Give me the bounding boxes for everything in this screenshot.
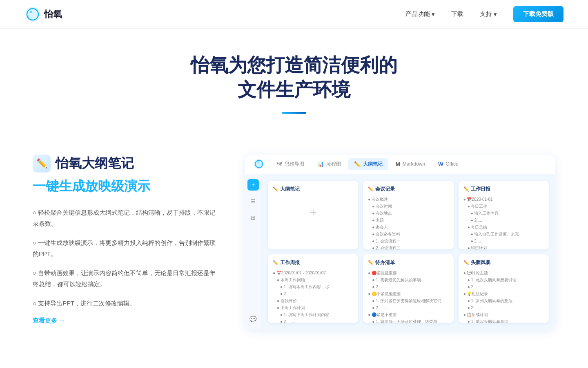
card-brainstorm-title: ✏️ 头脑风暴 — [463, 259, 544, 266]
chevron-down-icon: ▾ — [432, 11, 435, 18]
svg-text:O: O — [30, 10, 32, 14]
flowchart-tab-icon: 📊 — [317, 161, 324, 167]
card-outline-title: ✏️ 大纲笔记 — [273, 186, 353, 193]
tab-flowchart[interactable]: 📊 流程图 — [312, 158, 347, 170]
feature-section: ✏️ 怡氧大纲笔记 一键生成放映级演示 ○ 轻松聚合关键信息形成大纲式笔记，结构… — [0, 130, 588, 346]
card-worklog-title: ✏️ 工作日报 — [463, 186, 544, 193]
app-tabs-bar: O 2 🗺 思维导图 📊 流程图 ✏️ 大纲笔记 M Markdown W Of — [245, 155, 555, 174]
card-weekly: ✏️ 工作周报 ● 📅2020/01/01 - 2020/01/07 ● 本周工… — [268, 254, 358, 323]
logo-text: 怡氧 — [44, 8, 62, 20]
logo[interactable]: O 2 怡氧 — [24, 6, 62, 22]
card-worklog-body: ● 📅2020-01-01 ● 今日工作 ● 输入工作内容 ● 2..... ●… — [463, 196, 544, 249]
card-todo-icon: ✏️ — [368, 260, 374, 265]
feature-subtitle: 一键生成放映级演示 — [33, 177, 220, 195]
feature-title-row: ✏️ 怡氧大纲笔记 — [33, 155, 220, 173]
app-sidebar: ＋ ☰ ⊞ 💬 — [245, 174, 261, 330]
tab-office[interactable]: W Office — [432, 159, 464, 170]
office-tab-icon: W — [438, 161, 443, 167]
app-preview: O 2 🗺 思维导图 📊 流程图 ✏️ 大纲笔记 M Markdown W Of — [245, 155, 555, 330]
tab-outline[interactable]: ✏️ 大纲笔记 — [348, 158, 388, 170]
app-logo-icon: O 2 — [253, 158, 265, 170]
read-more-link[interactable]: 查看更多 → — [33, 317, 220, 325]
card-worklog-icon: ✏️ — [463, 186, 469, 192]
hero-divider — [282, 112, 306, 114]
download-free-button[interactable]: 下载免费版 — [513, 6, 564, 22]
card-outline-add[interactable]: ＋ — [273, 196, 353, 229]
svg-text:O: O — [257, 161, 259, 164]
nav-download[interactable]: 下载 — [451, 10, 463, 18]
feature-bullet-4: ○ 支持导出PPT，进行二次修改编辑。 — [33, 298, 220, 309]
sidebar-btn-chat[interactable]: 💬 — [247, 313, 259, 325]
app-body: ＋ ☰ ⊞ 💬 ✏️ 大纲笔记 ＋ ✏️ 会 — [245, 174, 555, 330]
card-meeting-title: ✏️ 会议记录 — [368, 186, 448, 193]
chevron-down-icon: ▾ — [494, 11, 497, 18]
feature-main-title: 怡氧大纲笔记 — [56, 155, 134, 173]
card-meeting-body: ● 会议概述 ● 会议时间 ● 会议地点 ● 主题 ● 参会人 ● 会议必备资料… — [368, 196, 448, 249]
card-todo: ✏️ 待办清单 ● 🔴紧急且重要 ● 1. 需要最优先解决的事项 ● 2. ..… — [363, 254, 453, 323]
feature-icon: ✏️ — [33, 155, 51, 173]
tab-mindmap[interactable]: 🗺 思维导图 — [271, 158, 310, 170]
feature-left: ✏️ 怡氧大纲笔记 一键生成放映级演示 ○ 轻松聚合关键信息形成大纲式笔记，结构… — [33, 155, 220, 325]
card-weekly-title: ✏️ 工作周报 — [273, 259, 353, 266]
card-weekly-body: ● 📅2020/01/01 - 2020/01/07 ● 本周工作回顾 ● 1.… — [273, 269, 353, 323]
card-meeting-icon: ✏️ — [368, 186, 374, 192]
card-outline-icon: ✏️ — [273, 186, 278, 192]
navbar: O 2 怡氧 产品功能 ▾ 下载 支持 ▾ 下载免费版 — [0, 0, 588, 29]
card-worklog: ✏️ 工作日报 ● 📅2020-01-01 ● 今日工作 ● 输入工作内容 ● … — [459, 181, 549, 249]
hero-title: 怡氧为您打造简洁便利的 文件生产环境 — [0, 53, 588, 102]
feature-bullet-3: ○ 自带动画效果，让演示内容简约但不简单，无论是日常汇报还是年终总结，都可以轻松… — [33, 267, 220, 289]
sidebar-btn-files[interactable]: ☰ — [247, 195, 259, 207]
hero-section: 怡氧为您打造简洁便利的 文件生产环境 — [0, 29, 588, 130]
logo-icon: O 2 — [24, 6, 41, 22]
card-brainstorm-body: ● 💬讨论主题 ● 1. 此次头脑风暴想要讨论... ● 2. ...... ●… — [463, 269, 544, 323]
card-brainstorm: ✏️ 头脑风暴 ● 💬讨论主题 ● 1. 此次头脑风暴想要讨论... ● 2. … — [459, 254, 549, 323]
card-meeting: ✏️ 会议记录 ● 会议概述 ● 会议时间 ● 会议地点 ● 主题 ● 参会人 … — [363, 181, 453, 249]
sidebar-btn-settings[interactable]: ⊞ — [247, 212, 259, 223]
mindmap-tab-icon: 🗺 — [277, 161, 282, 167]
sidebar-btn-add[interactable]: ＋ — [247, 179, 259, 191]
feature-bullet-2: ○ 一键生成放映级演示，将更多精力投入纯粹的创作，告别制作繁琐的PPT。 — [33, 237, 220, 259]
card-weekly-icon: ✏️ — [273, 260, 278, 265]
svg-point-0 — [25, 7, 40, 22]
feature-bullet-1: ○ 轻松聚合关键信息形成大纲式笔记，结构清晰，易于排版，不限记录条数。 — [33, 207, 220, 229]
app-cards-grid: ✏️ 大纲笔记 ＋ ✏️ 会议记录 ● 会议概述 ● 会议时间 ● 会议地点 — [261, 174, 555, 330]
card-todo-title: ✏️ 待办清单 — [368, 259, 448, 266]
card-brainstorm-icon: ✏️ — [463, 260, 469, 265]
markdown-tab-icon: M — [396, 161, 400, 167]
nav-support[interactable]: 支持 ▾ — [480, 10, 497, 18]
card-outline: ✏️ 大纲笔记 ＋ — [268, 181, 358, 249]
nav-links: 产品功能 ▾ 下载 支持 ▾ 下载免费版 — [405, 6, 564, 22]
tab-markdown[interactable]: M Markdown — [390, 159, 431, 170]
nav-products[interactable]: 产品功能 ▾ — [405, 10, 435, 18]
card-todo-body: ● 🔴紧急且重要 ● 1. 需要最优先解决的事项 ● 2. ...... ● 🟡… — [368, 269, 448, 323]
outline-tab-icon: ✏️ — [354, 161, 361, 167]
